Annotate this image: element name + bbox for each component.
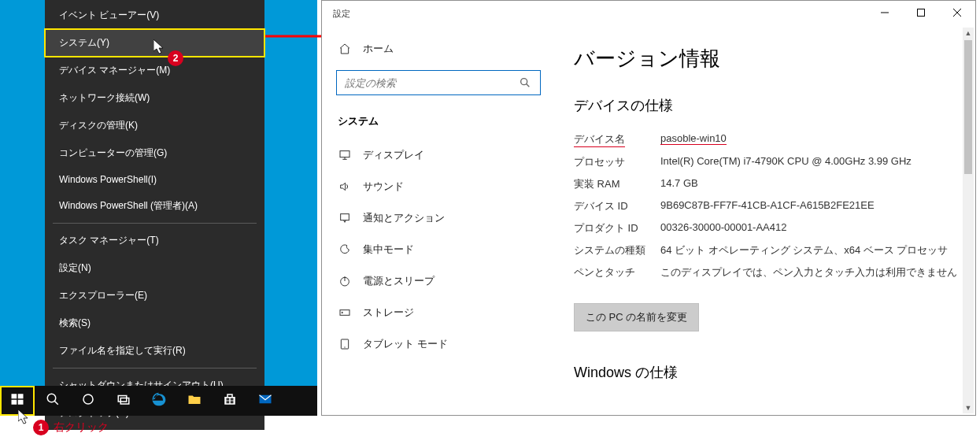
taskbar-edge-button[interactable]: [141, 386, 176, 416]
sidebar-item-label: ディスプレイ: [363, 148, 424, 162]
spec-value: 9B69C87B-FF7F-41CB-A1CF-A615B2FE21EE: [660, 199, 960, 213]
ctx-item-device-manager[interactable]: デバイス マネージャー(M): [45, 57, 264, 84]
home-icon: [338, 42, 352, 56]
ctx-item-explorer[interactable]: エクスプローラー(E): [45, 282, 264, 309]
svg-line-22: [526, 83, 529, 87]
windows-spec-heading: Windows の仕様: [574, 363, 960, 382]
folder-icon: [187, 392, 202, 409]
sidebar-section-heading: システム: [331, 108, 553, 139]
close-icon: [953, 8, 961, 19]
content-scrollbar[interactable]: ▲ ▼: [963, 28, 974, 413]
ctx-item-task-manager[interactable]: タスク マネージャー(T): [45, 227, 264, 254]
spec-value: 14.7 GB: [660, 177, 960, 191]
svg-rect-4: [12, 400, 17, 405]
ctx-item-powershell[interactable]: Windows PowerShell(I): [45, 167, 264, 192]
focus-icon: [338, 243, 352, 257]
scroll-up-icon[interactable]: ▲: [963, 28, 974, 39]
ctx-item-disk-management[interactable]: ディスクの管理(K): [45, 112, 264, 139]
settings-content: バージョン情報 デバイスの仕様 デバイス名 pasoble-win10 プロセッ…: [558, 26, 975, 415]
spec-label: 実装 RAM: [574, 177, 660, 191]
taskbar-cortana-button[interactable]: [70, 386, 105, 416]
spec-label: ペンとタッチ: [574, 265, 660, 280]
edge-icon: [151, 391, 167, 410]
sidebar-item-label: タブレット モード: [363, 337, 448, 351]
svg-rect-14: [226, 401, 229, 403]
sound-icon: [338, 180, 352, 194]
spec-row-processor: プロセッサ Intel(R) Core(TM) i7-4790K CPU @ 4…: [574, 155, 960, 169]
tablet-icon: [338, 337, 352, 351]
spec-value: Intel(R) Core(TM) i7-4790K CPU @ 4.00GHz…: [660, 155, 960, 169]
svg-rect-23: [340, 151, 349, 157]
svg-rect-26: [341, 214, 349, 220]
search-icon: [46, 392, 60, 409]
settings-search-field[interactable]: [345, 77, 518, 89]
settings-search-input[interactable]: [336, 70, 541, 95]
scrollbar-thumb[interactable]: [964, 40, 972, 174]
sidebar-item-tablet-mode[interactable]: タブレット モード: [331, 328, 553, 360]
sidebar-item-display[interactable]: ディスプレイ: [331, 139, 553, 171]
sidebar-item-label: ストレージ: [363, 306, 414, 320]
svg-rect-12: [226, 398, 229, 401]
sidebar-item-label: 集中モード: [363, 243, 414, 257]
window-maximize-button[interactable]: [903, 1, 939, 26]
spec-row-system-type: システムの種類 64 ビット オペレーティング システム、x64 ベース プロセ…: [574, 243, 960, 257]
ctx-item-run[interactable]: ファイル名を指定して実行(R): [45, 337, 264, 365]
settings-window-title: 設定: [322, 8, 867, 20]
sidebar-item-label: 通知とアクション: [363, 211, 445, 225]
storage-icon: [338, 306, 352, 320]
ctx-item-system[interactable]: システム(Y): [45, 29, 264, 57]
scroll-down-icon[interactable]: ▼: [963, 402, 974, 413]
svg-rect-5: [18, 400, 24, 405]
sidebar-home-button[interactable]: ホーム: [331, 34, 553, 67]
taskbar-mail-button[interactable]: [247, 386, 283, 416]
sidebar-item-focus-assist[interactable]: 集中モード: [331, 234, 553, 265]
spec-value: 00326-30000-00001-AA412: [660, 221, 960, 235]
window-controls: [867, 1, 975, 26]
device-spec-heading: デバイスの仕様: [574, 96, 960, 115]
taskbar-search-button[interactable]: [35, 386, 70, 416]
svg-rect-18: [918, 9, 925, 17]
svg-rect-11: [224, 397, 235, 405]
sidebar-item-notifications[interactable]: 通知とアクション: [331, 202, 553, 234]
sidebar-item-storage[interactable]: ストレージ: [331, 297, 553, 328]
ctx-item-search[interactable]: 検索(S): [45, 309, 264, 337]
ctx-item-event-viewer[interactable]: イベント ビューアー(V): [45, 2, 264, 29]
svg-line-7: [54, 401, 58, 405]
settings-window: 設定 ホーム: [321, 0, 976, 416]
sidebar-item-power-sleep[interactable]: 電源とスリープ: [331, 265, 553, 297]
svg-rect-15: [230, 401, 233, 403]
spec-row-pen-touch: ペンとタッチ このディスプレイでは、ペン入力とタッチ入力は利用できません: [574, 265, 960, 280]
settings-sidebar: ホーム システム ディスプレイ サウンド 通知とアクション: [322, 26, 558, 415]
sidebar-item-label: 電源とスリープ: [363, 274, 435, 288]
start-button[interactable]: [0, 386, 35, 416]
taskbar-store-button[interactable]: [212, 386, 247, 416]
window-minimize-button[interactable]: [867, 1, 903, 26]
svg-rect-3: [18, 394, 24, 398]
taskbar-taskview-button[interactable]: [105, 386, 141, 416]
store-icon: [223, 392, 237, 409]
notification-icon: [338, 211, 352, 225]
ctx-item-computer-management[interactable]: コンピューターの管理(G): [45, 139, 264, 167]
taskview-icon: [116, 392, 131, 409]
mail-icon: [258, 392, 272, 409]
taskbar-explorer-button[interactable]: [176, 386, 212, 416]
ctx-item-settings[interactable]: 設定(N): [45, 254, 264, 282]
spec-label: プロダクト ID: [574, 221, 660, 235]
ctx-item-network-connections[interactable]: ネットワーク接続(W): [45, 84, 264, 112]
maximize-icon: [917, 8, 925, 19]
sidebar-item-sound[interactable]: サウンド: [331, 171, 553, 202]
ctx-item-powershell-admin[interactable]: Windows PowerShell (管理者)(A): [45, 192, 264, 220]
spec-row-device-name: デバイス名 pasoble-win10: [574, 132, 960, 147]
spec-label: システムの種類: [574, 243, 660, 257]
svg-point-8: [83, 394, 93, 404]
winx-context-menu: イベント ビューアー(V) システム(Y) デバイス マネージャー(M) ネット…: [45, 0, 264, 430]
window-close-button[interactable]: [939, 1, 975, 26]
settings-titlebar: 設定: [322, 1, 975, 26]
ctx-separator: [53, 368, 257, 368]
svg-rect-2: [12, 394, 17, 398]
rename-pc-button[interactable]: この PC の名前を変更: [574, 303, 699, 331]
search-icon: [518, 76, 532, 90]
cortana-icon: [81, 392, 95, 409]
minimize-icon: [881, 8, 889, 19]
page-title: バージョン情報: [574, 45, 960, 72]
